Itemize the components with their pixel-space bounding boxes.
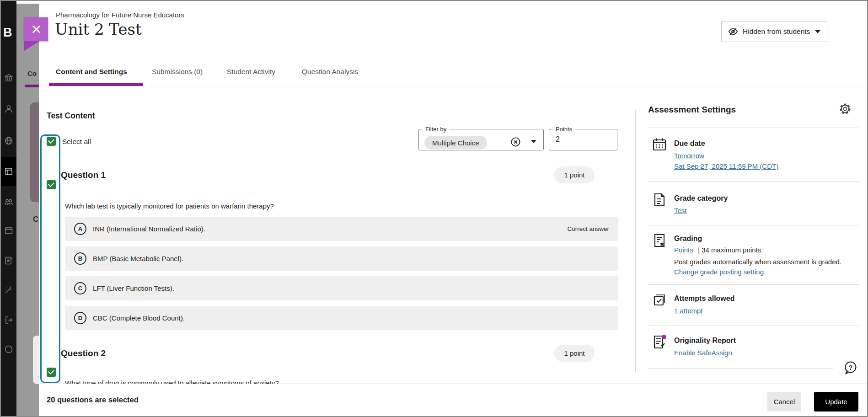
cancel-button[interactable]: Cancel [767,392,801,412]
eye-slash-icon [728,27,738,37]
change-grade-posting-link[interactable]: Change grade posting setting. [674,268,766,276]
close-icon [31,24,41,34]
selection-status: 20 questions are selected [47,396,139,404]
visibility-button[interactable]: Hidden from students [721,21,827,42]
attempts-allowed-title: Attempts allowed [674,294,734,303]
grading-title: Grading [674,235,702,243]
blackboard-logo: B [3,26,12,40]
option-text-d: CBC (Complete Blood Count). [93,314,185,322]
settings-divider-2 [648,181,859,182]
tab-content-and-settings[interactable]: Content and Settings [56,68,127,76]
underlay-banner-fragment [30,102,39,202]
tools-icon[interactable] [4,285,13,294]
sign-out-icon[interactable] [4,315,13,325]
enable-safeassign-link[interactable]: Enable SafeAssign [674,349,732,357]
test-content-heading: Test Content [47,111,95,121]
footer-bar: 20 questions are selected Cancel Update [39,384,868,417]
calendar-rail-icon[interactable] [4,226,13,235]
document-icon [652,192,667,207]
question-2-checkbox[interactable] [47,368,56,377]
checkbox-column-highlight [40,134,60,383]
question-1-checkbox[interactable] [47,180,56,189]
points-field: Points 2 [549,126,617,150]
settings-divider-6 [648,368,833,369]
tab-submissions[interactable]: Submissions (0) [152,68,203,76]
grading-max-points: | 34 maximum points [698,246,761,254]
filter-chip-multiple-choice[interactable]: Multiple Choice [424,136,487,150]
option-letter-d: D [74,312,86,324]
dimmed-underlay: Co C [16,4,39,417]
settings-divider-4 [648,284,859,285]
question-1-text: Which lab test is typically monitored fo… [65,202,274,210]
content-icon[interactable] [4,167,13,176]
assessment-settings-heading: Assessment Settings [648,105,736,115]
question-2-title: Question 2 [61,348,106,358]
points-legend: Points [553,126,575,133]
grading-icon [652,233,667,248]
course-name: Pharmacology for Future Nurse Educators [56,11,184,19]
answer-row-c: C LFT (Liver Function Tests). [65,276,618,300]
due-date-title: Due date [674,139,705,148]
underlay-tab-underline [25,85,39,87]
gear-icon[interactable] [839,102,852,115]
due-date-datetime-link[interactable]: Sat Sep 27, 2025 11:59 PM (CDT) [674,162,778,170]
question-1-title: Question 1 [61,170,106,180]
option-text-b: BMP (Basic Metabolic Panel). [93,255,183,262]
underlay-heading-fragment: C [33,215,38,224]
originality-report-title: Originality Report [674,337,736,345]
filter-by-field: Filter by Multiple Choice [418,126,544,150]
svg-text:?: ? [849,364,853,371]
remove-filter-icon[interactable] [510,137,521,147]
page-title: Unit 2 Test [55,20,142,38]
settings-divider-1 [648,128,859,128]
peek-panel: Pharmacology for Future Nurse Educators … [39,1,868,417]
left-nav-rail: B [1,1,16,416]
content-settings-divider [635,110,636,372]
header-divider [39,62,868,62]
app-window: B Co C Pharmacology fo [0,0,868,417]
profile-icon[interactable] [4,104,13,113]
visibility-label: Hidden from students [743,27,810,36]
option-letter-b: B [74,252,86,265]
select-all-label: Select all [62,138,91,146]
attempts-icon [652,293,667,307]
answer-row-d: D CBC (Complete Blood Count). [65,306,618,330]
tab-question-analysis[interactable]: Question Analysis [302,68,358,76]
globe-icon[interactable] [4,136,13,145]
option-letter-c: C [74,282,86,294]
institution-icon[interactable] [4,73,13,82]
correct-answer-label: Correct answer [567,225,609,232]
chevron-down-icon [815,30,820,33]
gradebook-icon[interactable] [4,256,13,265]
question-2-points-badge: 1 point [554,345,595,362]
select-all-checkbox[interactable] [47,137,56,146]
groups-icon[interactable] [4,198,13,207]
attempts-link[interactable]: 1 attempt [674,307,703,315]
filter-by-legend: Filter by [423,126,449,133]
points-input[interactable]: 2 [556,135,560,144]
grade-category-title: Grade category [674,194,728,203]
option-letter-a: A [74,223,86,235]
help-icon[interactable]: ? [843,360,858,375]
due-date-tomorrow-link[interactable]: Tomorrow [674,152,704,160]
option-text-c: LFT (Liver Function Tests). [93,284,174,292]
grading-points-link[interactable]: Points [674,246,693,254]
settings-divider-3 [648,225,859,225]
avatar-icon[interactable] [4,345,13,354]
close-panel-button[interactable] [24,17,48,41]
question-1-points-badge: 1 point [554,166,595,183]
originality-report-icon [652,335,667,349]
grading-post-text: Post grades automatically when assessmen… [674,258,841,266]
grade-category-link[interactable]: Test [674,207,687,214]
update-button[interactable]: Update [814,392,858,412]
answer-row-b: B BMP (Basic Metabolic Panel). [65,246,618,271]
grading-post-line: Post grades automatically when assessmen… [674,257,866,277]
tab-student-activity[interactable]: Student Activity [227,68,275,76]
filter-dropdown-caret[interactable] [531,140,536,143]
underlay-tab-fragment: Co [27,70,37,77]
tabs-divider [39,86,868,86]
answer-row-a: A INR (International Normalized Ratio). … [65,217,618,241]
option-text-a: INR (International Normalized Ratio). [93,225,205,233]
underlay-card-fragment [33,336,39,384]
calendar-icon [652,137,667,152]
